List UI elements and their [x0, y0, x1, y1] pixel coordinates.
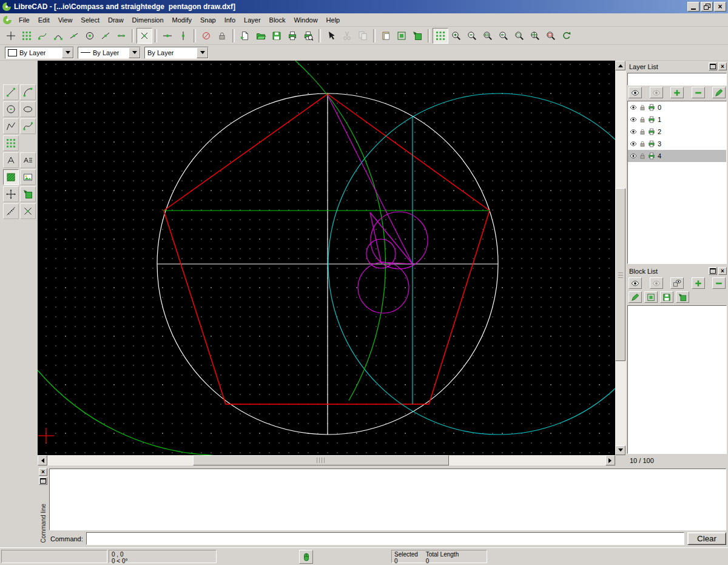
zoom-out-button[interactable] [464, 28, 480, 44]
layer-lock-toggle[interactable] [639, 116, 646, 123]
snap-grid-button[interactable] [19, 28, 35, 44]
command-history[interactable] [49, 469, 726, 530]
snap-on-entity-button[interactable] [66, 28, 82, 44]
image-tool-button[interactable] [20, 169, 36, 185]
remove-block-button[interactable] [712, 277, 726, 289]
menu-file[interactable]: File [15, 15, 34, 25]
print-button[interactable] [285, 28, 300, 44]
command-input[interactable] [86, 532, 684, 545]
vertical-scrollbar[interactable] [615, 61, 625, 455]
snap-endpoints-button[interactable] [50, 28, 66, 44]
layer-lock-toggle[interactable] [639, 104, 646, 111]
menu-snap[interactable]: Snap [196, 15, 220, 25]
construction-arc-green-left[interactable] [38, 370, 212, 455]
copy-button[interactable] [355, 28, 371, 44]
remove-layer-button[interactable] [692, 87, 705, 98]
menu-draw[interactable]: Draw [104, 15, 128, 25]
lock-relative-zero-button[interactable] [214, 28, 230, 44]
close-command-line-button[interactable]: × [39, 468, 47, 476]
mtext-tool-button[interactable] [20, 152, 36, 168]
construction-line-magenta-1[interactable] [328, 95, 413, 264]
zoom-in-button[interactable] [448, 28, 464, 44]
snap-center-button[interactable] [82, 28, 98, 44]
zoom-pan-button[interactable] [527, 28, 543, 44]
layer-print-toggle[interactable] [648, 152, 655, 160]
point-tool-button[interactable] [3, 135, 19, 151]
grid-toggle-button[interactable] [433, 28, 448, 44]
vertical-scrollbar-thumb[interactable] [615, 188, 625, 361]
layer-filter-input[interactable] [627, 73, 727, 86]
dropdown-arrow-icon[interactable] [197, 47, 208, 58]
hide-all-blocks-button[interactable] [650, 277, 663, 289]
close-button[interactable]: × [714, 2, 726, 12]
undock-block-list-button[interactable] [709, 267, 717, 275]
menu-select[interactable]: Select [76, 15, 104, 25]
drawing-canvas[interactable] [38, 61, 615, 455]
redraw-button[interactable] [559, 28, 575, 44]
horizontal-scrollbar-thumb[interactable] [193, 455, 449, 465]
layer-row-3[interactable]: 3 [628, 138, 726, 150]
layer-row-0[interactable]: 0 [628, 101, 726, 113]
status-widget-button[interactable] [299, 550, 313, 564]
menu-modify[interactable]: Modify [168, 15, 196, 25]
cut-button[interactable] [339, 28, 355, 44]
scroll-left-button[interactable] [38, 455, 47, 465]
zoom-selection-button[interactable] [543, 28, 559, 44]
spline-tool-button[interactable] [20, 118, 36, 134]
menu-dimension[interactable]: Dimension [128, 15, 168, 25]
scroll-right-button[interactable] [605, 455, 615, 465]
edit-block-button[interactable] [394, 28, 410, 44]
restore-button[interactable] [701, 2, 713, 12]
layer-lock-toggle[interactable] [639, 140, 646, 147]
select-pointer-button[interactable] [323, 28, 339, 44]
minimize-button[interactable] [687, 2, 699, 12]
show-all-layers-button[interactable] [629, 87, 642, 98]
close-block-list-button[interactable]: × [718, 267, 727, 275]
save-block-button[interactable] [660, 291, 673, 303]
menu-info[interactable]: Info [220, 15, 240, 25]
pentagon[interactable] [164, 94, 490, 404]
snap-middle-button[interactable] [98, 28, 113, 44]
menu-layer[interactable]: Layer [240, 15, 265, 25]
measure-tool-button[interactable] [3, 203, 19, 219]
insert-block-button[interactable] [676, 291, 689, 303]
construction-circle-magenta-2[interactable] [358, 262, 409, 313]
linewidth-combobox[interactable]: By Layer [78, 47, 141, 59]
hatch-tool-button[interactable] [3, 169, 19, 185]
arc-tool-button[interactable] [20, 84, 36, 100]
hide-all-layers-button[interactable] [650, 87, 663, 98]
undock-layer-list-button[interactable] [709, 63, 717, 70]
menu-help[interactable]: Help [322, 15, 345, 25]
layer-print-toggle[interactable] [648, 116, 655, 123]
layer-print-toggle[interactable] [648, 104, 655, 111]
ellipse-tool-button[interactable] [20, 101, 36, 117]
close-layer-list-button[interactable]: × [718, 63, 727, 70]
zoom-previous-button[interactable] [496, 28, 511, 44]
zoom-auto-button[interactable] [480, 28, 496, 44]
clear-button[interactable]: Clear [687, 532, 726, 545]
zoom-window-button[interactable] [511, 28, 527, 44]
layer-visibility-toggle[interactable] [630, 128, 637, 135]
layer-visibility-toggle[interactable] [630, 152, 637, 160]
layer-print-toggle[interactable] [648, 128, 655, 135]
layer-visibility-toggle[interactable] [630, 104, 637, 111]
layer-visibility-toggle[interactable] [630, 116, 637, 123]
layer-row-4[interactable]: 4 [628, 150, 726, 162]
paste-button[interactable] [378, 28, 394, 44]
crosshair-button[interactable] [3, 28, 19, 44]
add-block-button[interactable] [692, 277, 705, 289]
snap-intersection-button[interactable] [136, 28, 152, 44]
horizontal-scrollbar[interactable] [38, 455, 615, 465]
scroll-up-button[interactable] [615, 61, 625, 70]
move-tool-button[interactable] [3, 186, 19, 202]
layer-row-1[interactable]: 1 [628, 113, 726, 126]
save-file-button[interactable] [269, 28, 285, 44]
construction-circle-magenta-1[interactable] [371, 212, 428, 269]
scroll-down-button[interactable] [615, 445, 625, 455]
edit-block-button[interactable] [644, 291, 658, 303]
color-combobox[interactable]: By Layer [5, 47, 74, 59]
menu-view[interactable]: View [54, 15, 77, 25]
dropdown-arrow-icon[interactable] [129, 47, 140, 58]
construction-line-magenta-2[interactable] [370, 212, 413, 264]
restrict-horizontal-button[interactable] [160, 28, 175, 44]
